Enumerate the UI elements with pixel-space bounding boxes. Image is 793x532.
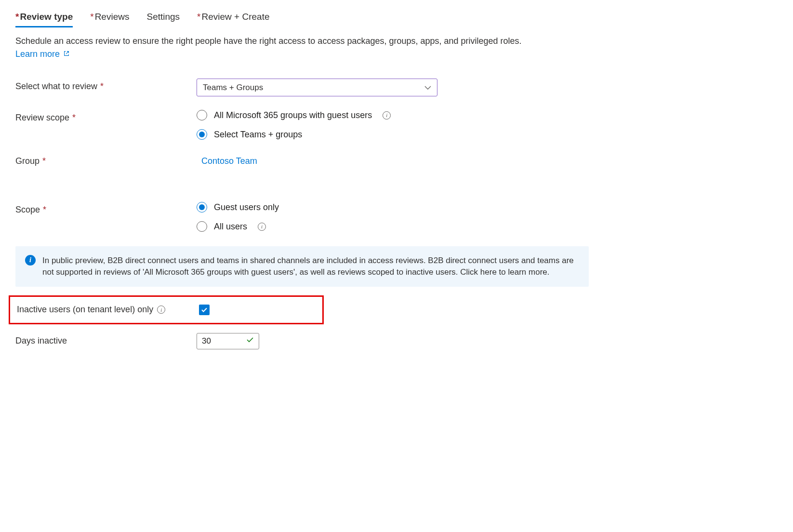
required-asterisk-icon: *: [90, 12, 93, 22]
page-description: Schedule an access review to ensure the …: [15, 36, 778, 46]
required-asterisk-icon: *: [100, 81, 104, 92]
radio-guest-users-only[interactable]: Guest users only: [197, 202, 778, 213]
tab-label: Reviews: [95, 12, 130, 22]
scope-radio-group: Guest users only All users i: [197, 202, 778, 232]
required-asterisk-icon: *: [42, 156, 46, 166]
radio-label: Guest users only: [214, 202, 279, 213]
info-icon[interactable]: i: [383, 111, 391, 120]
info-icon: i: [25, 255, 36, 266]
info-icon[interactable]: i: [157, 306, 165, 314]
days-value: 30: [202, 336, 211, 346]
tab-label: Settings: [146, 12, 180, 22]
radio-all-users[interactable]: All users i: [197, 221, 778, 232]
review-type-form: Select what to review* Teams + Groups Re…: [15, 79, 778, 349]
chevron-down-icon: [424, 83, 431, 93]
days-inactive-input[interactable]: 30: [197, 333, 259, 349]
required-asterisk-icon: *: [197, 12, 200, 22]
learn-more-link[interactable]: Learn more: [15, 49, 70, 59]
radio-label: Select Teams + groups: [214, 130, 302, 140]
banner-text: In public preview, B2B direct connect us…: [42, 255, 579, 278]
review-scope-label: Review scope*: [15, 110, 197, 123]
tab-label: Review type: [20, 12, 73, 22]
group-link[interactable]: Contoso Team: [201, 153, 257, 166]
radio-all-m365-groups[interactable]: All Microsoft 365 groups with guest user…: [197, 110, 778, 120]
radio-icon: [197, 129, 207, 140]
valid-check-icon: [246, 336, 254, 346]
radio-label: All Microsoft 365 groups with guest user…: [214, 110, 372, 120]
required-asterisk-icon: *: [15, 12, 19, 22]
tab-label: Review + Create: [202, 12, 270, 22]
info-banner[interactable]: i In public preview, B2B direct connect …: [15, 246, 589, 287]
inactive-users-checkbox[interactable]: [199, 305, 210, 315]
tab-settings[interactable]: Settings: [146, 12, 180, 27]
radio-icon: [197, 221, 207, 232]
radio-label: All users: [214, 222, 247, 232]
radio-icon: [197, 110, 207, 120]
info-icon[interactable]: i: [258, 223, 266, 231]
radio-select-teams-groups[interactable]: Select Teams + groups: [197, 129, 778, 140]
select-what-dropdown[interactable]: Teams + Groups: [197, 79, 437, 96]
inactive-users-highlight: Inactive users (on tenant level) only i: [9, 295, 324, 324]
learn-more-text: Learn more: [15, 49, 60, 59]
radio-icon: [197, 202, 207, 213]
required-asterisk-icon: *: [72, 113, 76, 123]
days-inactive-label: Days inactive: [15, 333, 197, 346]
tab-review-type[interactable]: *Review type: [15, 12, 73, 27]
scope-label: Scope*: [15, 202, 197, 215]
select-value: Teams + Groups: [203, 83, 263, 93]
external-link-icon: [63, 49, 70, 59]
tabs-bar: *Review type *Reviews Settings *Review +…: [15, 12, 778, 27]
check-icon: [201, 306, 208, 313]
tab-review-create[interactable]: *Review + Create: [197, 12, 269, 27]
review-scope-radio-group: All Microsoft 365 groups with guest user…: [197, 110, 778, 140]
group-label: Group*: [15, 153, 197, 166]
required-asterisk-icon: *: [43, 205, 46, 215]
tab-reviews[interactable]: *Reviews: [90, 12, 129, 27]
select-what-label: Select what to review*: [15, 79, 197, 92]
inactive-users-label: Inactive users (on tenant level) only i: [17, 305, 198, 315]
